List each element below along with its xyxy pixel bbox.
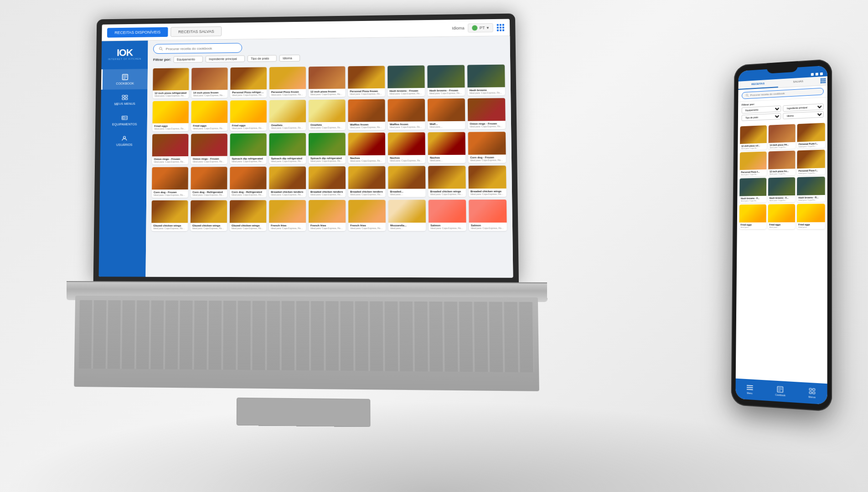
recipe-card[interactable]: Glazed chicken wings Ideal para: Copa Ex… — [151, 200, 188, 231]
phone-language-select[interactable]: Idioma — [783, 111, 824, 119]
laptop-touchpad[interactable] — [237, 398, 371, 427]
recipe-card[interactable]: Breaded chicken tenders Ideal para: Copa… — [269, 166, 306, 197]
recipe-card[interactable]: Spinach dip refrigerated Ideal para: Cop… — [309, 133, 346, 164]
phone-recipe-info: 12 inch pizza ref... Ideal para: Copa Ex… — [740, 143, 766, 151]
recipe-card[interactable]: Spinach dip refrigerated Ideal para: Cop… — [230, 133, 266, 164]
recipe-card[interactable]: Hash browns Ideal para: Copa Express, Ro… — [467, 65, 505, 96]
phone-recipe-image — [768, 177, 796, 196]
recipe-card[interactable]: Fried eggs Ideal para: Copa Express, Roc… — [230, 100, 267, 131]
sidebar-item-users[interactable]: USUÁRIOS — [100, 130, 147, 151]
recipe-card[interactable]: Fried eggs Ideal para: Copa Express, Roc… — [191, 101, 227, 131]
recipe-card[interactable]: Nachos Ideal para: Copa Express, Rock... — [348, 133, 386, 164]
tab-available[interactable]: RECEITAS DISPONÍVEIS — [107, 27, 168, 37]
recipe-card[interactable]: French fries Ideal para: Copa Express, R… — [348, 200, 386, 231]
recipe-card[interactable]: Omellets Ideal para: Copa Express, Rock.… — [309, 99, 346, 130]
recipe-card[interactable]: 12 inch pizza refrigerated Ideal para: C… — [153, 68, 189, 98]
svg-rect-26 — [809, 392, 811, 394]
phone-recipe-card[interactable]: Personal Pizza f... Ideal para: Copa Ex.… — [740, 152, 767, 177]
phone-ingredient-select[interactable]: Ingrediente principal — [783, 103, 824, 112]
recipe-image — [309, 200, 346, 223]
recipe-card[interactable]: Onion rings - Frozen Ideal para: Copa Ex… — [191, 133, 227, 164]
sidebar-item-equipment[interactable]: EQUIPAMENTOS — [101, 110, 147, 131]
recipe-card[interactable]: Fried eggs Ideal para: Copa Express, Roc… — [152, 101, 189, 131]
recipe-card[interactable]: Waff... Ideal para:... — [428, 98, 465, 129]
phone-recipe-card[interactable]: Fried eggs Ideal para:... — [739, 205, 766, 230]
recipe-card[interactable]: Nachos Ideal para:... — [428, 132, 466, 163]
recipe-sub: Ideal para: Copa Express, Rock... — [154, 160, 187, 163]
recipe-card[interactable]: Corn dog - Refrigerated Ideal para: Copa… — [230, 167, 266, 198]
phone-recipe-card[interactable]: 12 inch pizza ref... Ideal para: Copa Ex… — [740, 125, 767, 151]
language-select[interactable]: Idioma — [279, 55, 300, 62]
recipe-card[interactable]: 12 inch pizza frozen Ideal para: Copa Ex… — [309, 66, 346, 97]
recipe-card[interactable]: Mozzarella... Ideal para:... — [388, 200, 426, 231]
phone-recipe-card[interactable]: Personal Pizza f... Ideal para: Copa Ex.… — [797, 150, 825, 175]
recipe-card[interactable]: Personal Pizza frozen Ideal para: Copa E… — [269, 67, 306, 97]
phone-equipment-select[interactable]: Equipamento — [742, 106, 781, 114]
phone-recipe-card[interactable]: 12 inch pizza fro... Ideal para: Copa Ex… — [768, 151, 796, 176]
recipe-card[interactable]: Corn dog - Frozen Ideal para: Copa Expre… — [152, 167, 188, 198]
equipment-select[interactable]: Equipamento — [174, 56, 203, 63]
recipe-card[interactable]: Glazed chicken wings Ideal para: Copa Ex… — [230, 200, 267, 231]
recipe-card[interactable]: Glazed chicken wings Ideal para: Copa Ex… — [191, 200, 227, 231]
recipe-image — [467, 65, 505, 87]
phone-recipe-card[interactable]: Fried eggs Ideal para:... — [797, 204, 825, 229]
recipe-card[interactable]: French fries Ideal para: Copa Express, R… — [309, 200, 346, 231]
phone-nav-menu[interactable]: Menu — [747, 384, 753, 395]
phone-recipe-info: Personal Pizza f... Ideal para: Copa Ex.… — [797, 141, 825, 149]
recipe-card[interactable]: Breaded chicken wings Ideal para: Copa E… — [468, 165, 506, 197]
recipe-sub: Ideal para: Copa Express, Rock... — [350, 92, 383, 96]
recipe-card[interactable]: 14 inch pizza frozen Ideal para: Copa Ex… — [191, 67, 228, 98]
sidebar-item-menus[interactable]: MEUS MENUS — [101, 89, 147, 110]
lang-badge[interactable]: PT ▾ — [468, 23, 493, 32]
recipe-card[interactable]: Onion rings - Frozen Ideal para: Copa Ex… — [152, 134, 189, 164]
recipe-card[interactable]: Personal Pizza refrigerated Ideal para: … — [230, 67, 267, 97]
ingredient-select[interactable]: Ingrediente principal — [206, 56, 245, 63]
phone-recipe-card[interactable]: Hash browns - F... Ideal para: Copa Ex..… — [739, 178, 766, 203]
svg-line-16 — [748, 96, 749, 97]
sidebar-item-cookbook[interactable]: COOKBOOK — [101, 69, 148, 90]
type-select[interactable]: Tipo de prato — [248, 55, 277, 62]
recipe-card[interactable]: Onion rings - Frozen Ideal para: Copa Ex… — [468, 98, 506, 129]
recipe-image — [191, 101, 227, 123]
recipe-card[interactable]: Corn dog - Frozen Ideal para: Copa Expre… — [468, 132, 506, 163]
search-input[interactable] — [165, 46, 236, 51]
equipment-icon — [121, 114, 129, 122]
recipe-card[interactable]: Waffles frozen Ideal para: Copa Express,… — [348, 99, 385, 130]
recipe-card[interactable]: Breaded chicken tenders Ideal para: Copa… — [309, 166, 346, 197]
svg-rect-24 — [809, 388, 811, 390]
recipe-card[interactable]: Hash browns - Frozen Ideal para: Copa Ex… — [427, 65, 465, 96]
recipe-card[interactable]: Waffles frozen Ideal para: Copa Express,… — [388, 99, 425, 130]
recipe-image — [348, 200, 386, 223]
recipe-info: Breaded chicken tenders Ideal para: Copa… — [348, 189, 386, 197]
recipe-card[interactable]: Omellets Ideal para: Copa Express, Rock.… — [269, 100, 306, 131]
phone-type-select[interactable]: Tipo de prato — [741, 113, 781, 121]
recipe-card[interactable]: Corn dog - Refrigerated Ideal para: Copa… — [191, 167, 227, 198]
recipe-card[interactable]: Breaded chicken tenders Ideal para: Copa… — [348, 166, 386, 197]
phone-nav-cookbook-label: Cookbook — [775, 393, 785, 397]
grid-icon[interactable] — [497, 24, 504, 31]
recipe-card[interactable]: Salmon Ideal para: Copa Express, Rock... — [429, 200, 466, 231]
tab-saved[interactable]: RECEITAS SALVAS — [170, 26, 222, 37]
recipe-card[interactable]: Salmon Ideal para: Copa Express, Rock... — [469, 200, 507, 231]
phone-recipe-card[interactable]: 14 inch pizza fro... Ideal para: Copa Ex… — [768, 124, 796, 149]
phone-search-input[interactable] — [750, 90, 819, 97]
recipe-card[interactable]: Breaded chicken wings Ideal para: Copa E… — [428, 166, 466, 197]
phone-recipe-card[interactable]: Personal Pizza f... Ideal para: Copa Ex.… — [797, 123, 825, 149]
recipe-card[interactable]: Nachos Ideal para: Copa Express, Rock... — [388, 132, 425, 163]
recipe-card[interactable]: French fries Ideal para: Copa Express, R… — [269, 200, 306, 231]
phone-recipe-card[interactable]: Hash browns - F... Ideal para: Copa Ex..… — [768, 177, 796, 203]
recipe-card[interactable]: Personal Pizza frozen Ideal para: Copa E… — [348, 66, 385, 97]
recipe-card[interactable]: Breaded... Ideal para:... — [388, 166, 425, 197]
phone-nav-cookbook[interactable]: Cookbook — [775, 386, 785, 397]
recipe-image — [468, 132, 506, 155]
phone-recipe-card[interactable]: Fried eggs Ideal para:... — [768, 204, 795, 229]
phone-recipe-card[interactable]: Hash browns - R... Ideal para: Copa En..… — [797, 177, 825, 202]
phone-recipe-sub: Ideal para: Copa Ex... — [741, 147, 765, 150]
recipe-card[interactable]: Hash browns - Frozen Ideal para: Copa Ex… — [388, 66, 425, 97]
phone-nav-menus[interactable]: Menus — [808, 388, 816, 399]
recipe-sub: Ideal para: Copa Express, Rock... — [154, 194, 186, 196]
phone-grid-toggle[interactable] — [819, 76, 827, 85]
recipe-card[interactable]: Spinach dip refrigerated Ideal para: Cop… — [269, 133, 306, 164]
phone-recipe-image — [797, 177, 825, 195]
recipe-image — [152, 101, 188, 123]
